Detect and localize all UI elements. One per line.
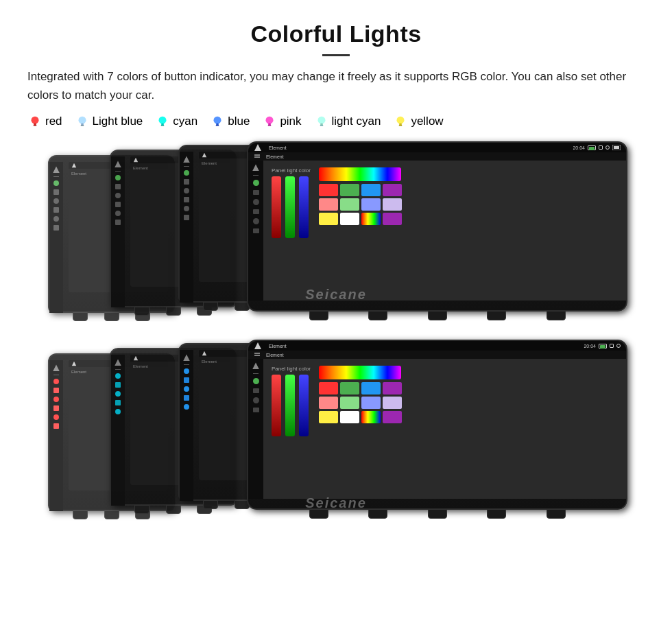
color-label-lightblue: Light blue (93, 115, 143, 128)
blue-bulb-icon (210, 114, 225, 129)
svg-rect-20 (399, 125, 403, 126)
bottom-devices-scene: Element (41, 340, 631, 532)
color-item-yellow: yellow (393, 114, 443, 129)
cyan-bulb-icon (155, 114, 170, 129)
pink-bulb-icon (262, 114, 277, 129)
svg-rect-17 (320, 125, 323, 126)
color-label-yellow: yellow (411, 115, 443, 128)
color-label-lightcyan: light cyan (332, 115, 381, 128)
top-devices-scene: Element (41, 141, 631, 323)
svg-point-18 (397, 117, 405, 124)
svg-marker-24 (254, 144, 261, 151)
svg-point-9 (214, 117, 221, 124)
svg-rect-8 (161, 125, 165, 126)
color-label-blue: blue (228, 115, 250, 128)
svg-marker-27 (72, 362, 76, 366)
svg-rect-14 (268, 125, 272, 126)
color-item-lightcyan: light cyan (314, 114, 381, 129)
bottom-device-group: Element (41, 340, 631, 532)
svg-marker-28 (134, 356, 138, 360)
color-item-lightblue: Light blue (75, 114, 143, 129)
lightcyan-bulb-icon (314, 114, 329, 129)
svg-marker-23 (202, 153, 206, 157)
svg-point-3 (78, 117, 86, 124)
color-item-red: red (27, 114, 62, 129)
lightblue-bulb-icon (75, 114, 90, 129)
color-row: red Light blue cyan blue (27, 114, 645, 129)
title-section: Colorful Lights (27, 21, 645, 56)
svg-marker-21 (72, 163, 76, 167)
color-item-cyan: cyan (155, 114, 197, 129)
top-device-group: Element (41, 141, 631, 323)
svg-rect-2 (34, 125, 37, 126)
page-container: Colorful Lights Integrated with 7 colors… (0, 0, 672, 569)
panel-light-title: Panel light color (272, 167, 311, 174)
svg-marker-22 (134, 158, 138, 162)
svg-point-0 (32, 117, 39, 124)
description-text: Integrated with 7 colors of button indic… (27, 67, 645, 104)
color-label-pink: pink (280, 115, 301, 128)
color-item-pink: pink (262, 114, 301, 129)
svg-rect-5 (80, 125, 84, 126)
color-label-red: red (45, 115, 62, 128)
color-label-cyan: cyan (173, 115, 197, 128)
svg-marker-30 (254, 342, 261, 349)
red-bulb-icon (27, 114, 43, 129)
svg-rect-11 (216, 125, 219, 126)
device-main-bottom: Element 20:04 Element (247, 340, 627, 510)
title-divider (322, 54, 350, 56)
svg-point-6 (159, 117, 167, 124)
svg-marker-29 (202, 351, 206, 355)
page-title: Colorful Lights (27, 21, 645, 47)
color-item-blue: blue (210, 114, 250, 129)
device-main-top: Element 20:04 Element (247, 141, 627, 311)
yellow-bulb-icon (393, 114, 408, 129)
svg-point-12 (266, 117, 274, 124)
svg-point-15 (317, 117, 325, 124)
